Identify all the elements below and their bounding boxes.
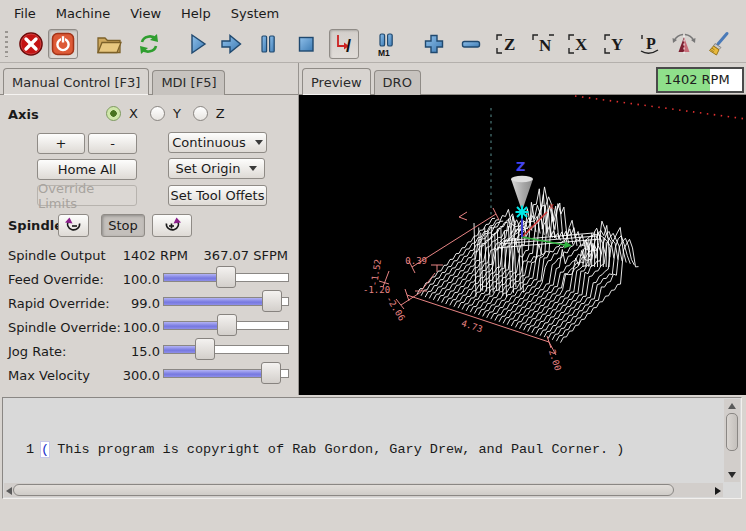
spindle-forward-button[interactable] [152, 214, 192, 237]
svg-text:M1: M1 [378, 48, 390, 58]
home-all-button[interactable]: Home All [37, 159, 137, 180]
stop-button[interactable] [291, 29, 321, 59]
skip-lines-toggle-button[interactable]: / [329, 29, 359, 59]
axis-x-radio[interactable] [106, 106, 121, 121]
set-tool-offsets-button[interactable]: Set Tool Offets [168, 185, 267, 206]
view-front-button[interactable]: Y [599, 29, 629, 59]
machine-power-button[interactable] [48, 29, 78, 59]
gcode-line-text: This program is copyright of Rab Gordon,… [49, 442, 624, 457]
slider-handle[interactable] [217, 314, 237, 336]
jog-mode-dropdown[interactable]: Continuous [168, 132, 267, 153]
x-axis-label: x [549, 202, 554, 211]
slider-handle[interactable] [216, 266, 236, 288]
gcode-cursor: ( [41, 442, 49, 457]
dim-x-extent: 4.73 [460, 318, 484, 334]
menu-system[interactable]: System [221, 2, 289, 25]
menu-file[interactable]: File [4, 2, 46, 25]
slider-handle[interactable] [261, 362, 281, 384]
slider-handle[interactable] [262, 290, 282, 312]
axis-z-label: Z [216, 106, 225, 121]
axis-radio-group: XYZ [106, 105, 237, 121]
axis-y-radio[interactable] [150, 106, 165, 121]
m1-pause-icon: M1 [375, 31, 401, 57]
tab-mdi[interactable]: MDI [F5] [152, 70, 225, 95]
zoom-in-button[interactable] [419, 29, 449, 59]
dim-z-mid: -1.52 [369, 258, 383, 286]
override-limits-button[interactable]: Override Limits [37, 185, 137, 206]
chevron-down-icon [249, 166, 257, 171]
rotate-view-button[interactable] [669, 29, 699, 59]
open-file-button[interactable] [94, 29, 124, 59]
optional-stop-button[interactable]: M1 [373, 29, 403, 59]
skip-slash-icon: / [331, 31, 357, 57]
view-rotated-top-button[interactable]: N [527, 29, 557, 59]
clear-plot-button[interactable] [705, 29, 735, 59]
run-button[interactable] [182, 29, 212, 59]
tab-dro[interactable]: DRO [374, 70, 421, 95]
scroll-up-icon[interactable] [728, 403, 736, 409]
scroll-left-icon[interactable] [6, 487, 12, 495]
scroll-down-icon[interactable] [728, 472, 736, 478]
gcode-text[interactable]: 1( This program is copyright of Rab Gord… [4, 399, 723, 483]
letter-y-view-icon: Y [601, 31, 627, 57]
menu-help[interactable]: Help [171, 2, 221, 25]
tab-manual-control[interactable]: Manual Control [F3] [3, 68, 149, 95]
estop-button[interactable] [16, 29, 46, 59]
origin-marker-icon [516, 206, 529, 219]
dim-corner: -1.20 [363, 285, 390, 295]
tab-preview[interactable]: Preview [302, 68, 371, 95]
set-origin-dropdown[interactable]: Set Origin [168, 158, 265, 179]
rpm-meter-text: 1402 RPM [658, 72, 736, 87]
gcode-listing[interactable]: 1( This program is copyright of Rab Gord… [2, 397, 742, 499]
letter-z-view-icon: Z [493, 31, 519, 57]
jog-plus-button[interactable]: + [37, 133, 85, 154]
reload-button[interactable] [134, 29, 164, 59]
spindle-reverse-button[interactable] [58, 214, 89, 237]
svg-text:P: P [646, 35, 656, 52]
vertical-scroll-thumb[interactable] [726, 413, 738, 451]
manual-control-panel: Manual Control [F3]MDI [F5] Axis XYZ + -… [0, 63, 299, 395]
menu-view[interactable]: View [120, 2, 171, 25]
slider-handle[interactable] [195, 338, 215, 360]
vertical-scrollbar[interactable] [724, 399, 740, 482]
estop-icon [18, 31, 44, 57]
feed-override-slider[interactable] [163, 265, 289, 289]
scroll-right-icon[interactable] [715, 487, 721, 495]
jog-rate-slider[interactable] [163, 337, 289, 361]
horizontal-scrollbar[interactable] [4, 483, 723, 497]
axis-x-label: X [129, 106, 138, 121]
preview-canvas[interactable]: 4.73 2.00 0.39 -1.52 -1.20 -2.06 x Z [299, 95, 746, 395]
spindle-override-value: 100.0 [100, 320, 160, 335]
menu-machine[interactable]: Machine [46, 2, 120, 25]
slider-track [163, 345, 289, 354]
toolbar: / M1 Z N X [0, 26, 746, 63]
spindle-sfpm-value: 367.07 SFPM [188, 248, 288, 263]
max-velocity-slider[interactable] [163, 361, 289, 385]
dim-right-edge: 2.00 [547, 348, 563, 372]
toolbar-gripper[interactable] [5, 31, 8, 57]
gcode-line[interactable]: 1( This program is copyright of Rab Gord… [4, 440, 723, 460]
horizontal-scroll-thumb[interactable] [13, 484, 674, 496]
y-axis-arrow [564, 242, 572, 249]
max-velocity-label: Max Velocity [8, 368, 90, 383]
jog-minus-button[interactable]: - [88, 133, 137, 154]
step-button[interactable] [216, 29, 246, 59]
letter-n-view-icon: N [529, 31, 555, 57]
view-side-button[interactable]: X [563, 29, 593, 59]
svg-text:N: N [539, 36, 552, 55]
window: { "menu": { "items": ["File", "Machine",… [0, 0, 746, 531]
rapid-override-slider[interactable] [163, 289, 289, 313]
svg-text:Y: Y [611, 35, 623, 54]
rapid-move-line [575, 96, 746, 119]
zoom-out-button[interactable] [456, 29, 486, 59]
svg-text:X: X [575, 35, 588, 54]
axis-z-radio[interactable] [193, 106, 208, 121]
view-perspective-button[interactable]: P [635, 29, 665, 59]
right-tab-bar: PreviewDRO 1402 RPM [299, 63, 746, 95]
spindle-override-slider[interactable] [163, 313, 289, 337]
pause-button[interactable] [253, 29, 283, 59]
rotate-cone-icon [671, 31, 697, 57]
svg-text:/: / [346, 36, 351, 56]
view-top-button[interactable]: Z [491, 29, 521, 59]
spindle-stop-button[interactable]: Stop [101, 214, 145, 237]
